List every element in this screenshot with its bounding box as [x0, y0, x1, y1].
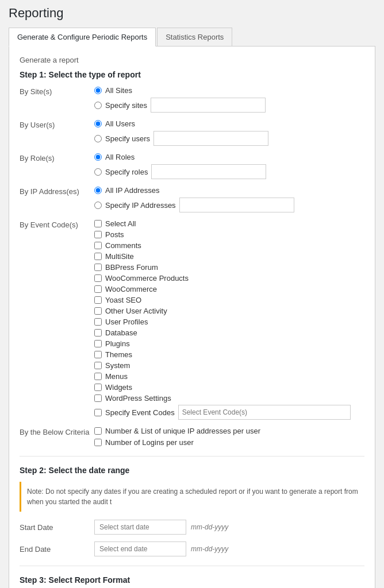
comments-label: Comments — [105, 241, 141, 250]
wp-settings-row: WordPress Settings — [94, 394, 364, 403]
by-users-label: By User(s) — [20, 119, 94, 129]
all-ips-row: All IP Addresses — [94, 186, 364, 195]
comments-checkbox[interactable] — [94, 242, 102, 249]
plugins-checkbox[interactable] — [94, 340, 102, 347]
other-user-activity-row: Other User Activity — [94, 307, 364, 315]
specify-roles-row: Specify roles — [94, 164, 364, 179]
themes-label: Themes — [105, 350, 132, 359]
page-title: Reporting — [9, 6, 375, 21]
themes-row: Themes — [94, 350, 364, 359]
themes-checkbox[interactable] — [94, 351, 102, 358]
other-user-activity-checkbox[interactable] — [94, 307, 102, 315]
specify-roles-label: Specify roles — [105, 168, 148, 176]
end-date-wrap: mm-dd-yyyy — [94, 541, 228, 556]
specify-event-row: Specify Event Codes — [94, 405, 364, 420]
database-label: Database — [105, 328, 137, 337]
by-event-label: By Event Code(s) — [20, 219, 94, 229]
start-date-input[interactable] — [94, 520, 186, 535]
bbpress-label: BBPress Forum — [105, 263, 158, 272]
system-row: System — [94, 361, 364, 370]
by-sites-label: By Site(s) — [20, 86, 94, 96]
by-roles-label: By Role(s) — [20, 153, 94, 163]
select-all-row: Select All — [94, 219, 364, 228]
by-event-row: By Event Code(s) Select All Posts Commen… — [20, 219, 364, 420]
divider-1 — [20, 456, 364, 457]
divider-2 — [20, 566, 364, 566]
all-roles-radio[interactable] — [94, 153, 102, 161]
specify-event-checkbox[interactable] — [94, 409, 102, 416]
multisite-row: MultiSite — [94, 252, 364, 261]
specify-ips-row: Specify IP Addresses — [94, 198, 364, 212]
start-date-wrap: mm-dd-yyyy — [94, 520, 228, 535]
specify-ips-label: Specify IP Addresses — [105, 201, 176, 210]
specify-roles-radio[interactable] — [94, 168, 102, 176]
woocommerce-label: WooCommerce — [105, 285, 157, 293]
all-users-label: All Users — [105, 119, 135, 128]
by-sites-row: By Site(s) All Sites Specify sites — [20, 86, 364, 113]
tab-statistics[interactable]: Statistics Reports — [157, 28, 232, 46]
woocommerce-row: WooCommerce — [94, 285, 364, 293]
specify-sites-input[interactable] — [151, 98, 266, 113]
specify-sites-radio[interactable] — [94, 102, 102, 109]
woocommerce-checkbox[interactable] — [94, 285, 102, 293]
logins-per-user-checkbox[interactable] — [94, 439, 102, 446]
by-ip-row: By IP Address(es) All IP Addresses Speci… — [20, 186, 364, 212]
woocommerce-products-row: WooCommerce Products — [94, 274, 364, 283]
by-criteria-row: By the Below Criteria Number & List of u… — [20, 427, 364, 447]
generate-report-label: Generate a report — [20, 56, 364, 64]
wp-settings-checkbox[interactable] — [94, 394, 102, 402]
posts-checkbox[interactable] — [94, 231, 102, 238]
end-date-row: End Date mm-dd-yyyy — [20, 541, 364, 556]
widgets-checkbox[interactable] — [94, 384, 102, 391]
ip-controls: All IP Addresses Specify IP Addresses — [94, 186, 364, 212]
all-roles-label: All Roles — [105, 153, 135, 161]
all-sites-radio[interactable] — [94, 87, 102, 94]
multisite-label: MultiSite — [105, 252, 134, 261]
specify-event-input[interactable] — [178, 405, 351, 420]
plugins-label: Plugins — [105, 339, 130, 348]
all-users-row: All Users — [94, 119, 364, 128]
user-profiles-checkbox[interactable] — [94, 318, 102, 326]
bbpress-checkbox[interactable] — [94, 264, 102, 271]
specify-users-label: Specify users — [105, 134, 150, 143]
step2-title: Step 2: Select the date range — [20, 466, 364, 475]
event-controls: Select All Posts Comments MultiSite BBPr… — [94, 219, 364, 420]
end-date-format: mm-dd-yyyy — [191, 545, 228, 553]
all-users-radio[interactable] — [94, 120, 102, 127]
specify-users-input[interactable] — [153, 131, 268, 146]
comments-row: Comments — [94, 241, 364, 250]
specify-users-radio[interactable] — [94, 135, 102, 142]
select-all-checkbox[interactable] — [94, 220, 102, 227]
posts-label: Posts — [105, 230, 124, 239]
database-checkbox[interactable] — [94, 329, 102, 336]
bbpress-row: BBPress Forum — [94, 263, 364, 272]
yoast-row: Yoast SEO — [94, 296, 364, 304]
tab-generate[interactable]: Generate & Configure Periodic Reports — [9, 28, 156, 47]
specify-ips-radio[interactable] — [94, 202, 102, 209]
note-text: Note: Do not specify any dates if you ar… — [27, 488, 358, 506]
end-date-input[interactable] — [94, 541, 186, 556]
unique-ips-checkbox[interactable] — [94, 427, 102, 435]
specify-roles-input[interactable] — [151, 164, 266, 179]
step1-title: Step 1: Select the type of report — [20, 70, 364, 79]
user-profiles-row: User Profiles — [94, 318, 364, 326]
posts-row: Posts — [94, 230, 364, 239]
all-sites-row: All Sites — [94, 86, 364, 95]
widgets-row: Widgets — [94, 383, 364, 392]
specify-ips-input[interactable] — [179, 198, 294, 212]
multisite-checkbox[interactable] — [94, 253, 102, 260]
all-ips-radio[interactable] — [94, 187, 102, 194]
end-date-label: End Date — [20, 545, 94, 554]
menus-checkbox[interactable] — [94, 373, 102, 380]
note-box: Note: Do not specify any dates if you ar… — [20, 482, 364, 512]
logins-per-user-label: Number of Logins per user — [105, 438, 194, 447]
yoast-seo-checkbox[interactable] — [94, 296, 102, 304]
woocommerce-products-checkbox[interactable] — [94, 274, 102, 282]
other-user-activity-label: Other User Activity — [105, 307, 167, 315]
by-roles-row: By Role(s) All Roles Specify roles — [20, 153, 364, 179]
all-ips-label: All IP Addresses — [105, 186, 159, 195]
by-ip-label: By IP Address(es) — [20, 186, 94, 196]
system-checkbox[interactable] — [94, 362, 102, 369]
all-roles-row: All Roles — [94, 153, 364, 161]
start-date-format: mm-dd-yyyy — [191, 523, 228, 531]
